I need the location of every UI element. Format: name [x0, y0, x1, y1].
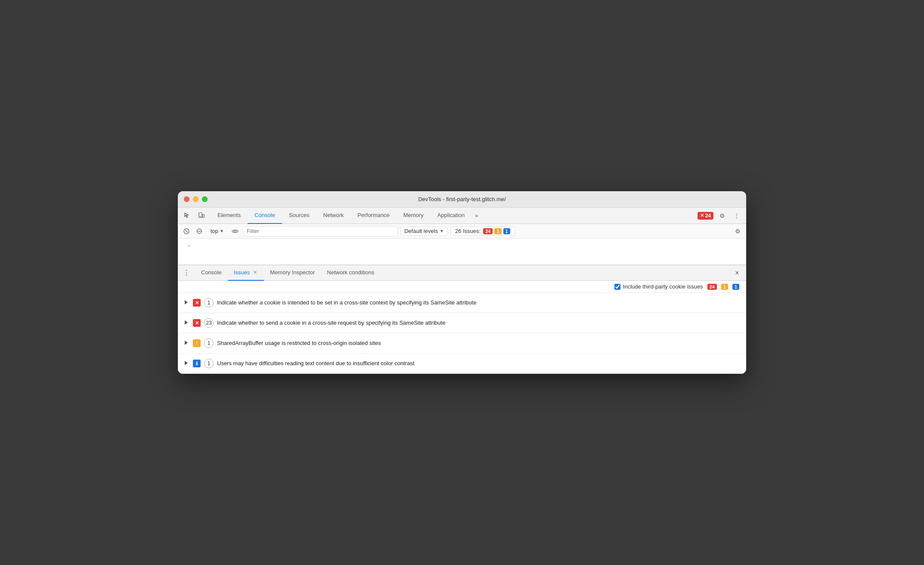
bottom-tab-bar: ⋮ Console Issues ✕ Memory Inspector Netw… — [178, 265, 746, 281]
console-settings-button[interactable]: ⚙ — [732, 226, 743, 236]
levels-dropdown-arrow: ▼ — [440, 229, 444, 233]
bottom-panel: ⋮ Console Issues ✕ Memory Inspector Netw… — [178, 265, 746, 374]
issue-item-3[interactable]: ℹ 1 Users may have difficulties reading … — [178, 354, 746, 374]
settings-button[interactable]: ⚙ — [716, 210, 728, 222]
inspect-element-button[interactable] — [181, 210, 193, 222]
eye-button[interactable] — [230, 226, 240, 236]
maximize-button[interactable] — [202, 196, 208, 202]
issue-text-0: Indicate whether a cookie is intended to… — [217, 299, 477, 307]
issues-info-badge: 1 — [732, 284, 739, 290]
tab-sources[interactable]: Sources — [282, 208, 316, 224]
device-toolbar-button[interactable] — [195, 210, 207, 222]
close-issues-tab[interactable]: ✕ — [252, 269, 258, 276]
tab-right-icons: ✕ 24 ⚙ ⋮ — [698, 210, 743, 222]
issue-text-1: Indicate whether to send a cookie in a c… — [217, 319, 445, 327]
devtools-window: DevTools - first-party-test.glitch.me/ E… — [178, 191, 746, 374]
issue-item-0[interactable]: ✕ 1 Indicate whether a cookie is intende… — [178, 293, 746, 313]
issue-count-2: 1 — [204, 338, 214, 348]
tab-application[interactable]: Application — [431, 208, 472, 224]
console-content: › — [178, 239, 746, 264]
bottom-tab-network-conditions[interactable]: Network conditions — [321, 265, 380, 281]
svg-line-4 — [185, 230, 188, 233]
tab-memory[interactable]: Memory — [397, 208, 431, 224]
bottom-tab-issues[interactable]: Issues ✕ — [228, 265, 264, 281]
console-expand-row[interactable]: › — [178, 239, 746, 252]
issue-item-2[interactable]: ! 1 SharedArrayBuffer usage is restricte… — [178, 333, 746, 354]
issues-count-bar[interactable]: 26 Issues: 24 1 1 — [450, 227, 515, 236]
toolbar-icons — [181, 210, 207, 222]
issue-type-icon-3: ℹ — [193, 360, 201, 367]
close-bottom-panel-button[interactable]: × — [732, 267, 743, 279]
issues-error-badge: 24 — [707, 284, 717, 290]
devtools-tab-bar: Elements Console Sources Network Perform… — [178, 208, 746, 224]
expand-icon-3[interactable] — [185, 361, 188, 366]
traffic-lights — [184, 196, 208, 202]
issues-warning-badge: 1 — [721, 284, 728, 290]
tab-network[interactable]: Network — [316, 208, 351, 224]
issues-toolbar: Include third-party cookie issues 24 1 1 — [178, 281, 746, 293]
dropdown-arrow: ▼ — [220, 229, 224, 233]
third-party-checkbox-label[interactable]: Include third-party cookie issues — [614, 283, 703, 290]
expand-icon-2[interactable] — [185, 341, 188, 346]
issue-item-1[interactable]: ✕ 23 Indicate whether to send a cookie i… — [178, 313, 746, 333]
minimize-button[interactable] — [193, 196, 198, 202]
console-toolbar: top ▼ Default levels ▼ 26 Issues: 24 1 1… — [178, 224, 746, 239]
expand-icon-1[interactable] — [185, 320, 188, 326]
issue-count-1: 23 — [204, 318, 214, 328]
expand-chevron: › — [185, 241, 193, 250]
context-selector[interactable]: top ▼ — [207, 227, 227, 235]
more-options-button[interactable]: ⋮ — [731, 210, 743, 222]
bottom-panel-menu[interactable]: ⋮ — [181, 268, 192, 278]
window-title: DevTools - first-party-test.glitch.me/ — [418, 196, 506, 202]
tab-elements[interactable]: Elements — [211, 208, 248, 224]
svg-point-7 — [234, 230, 236, 232]
warning-count-badge: 1 — [494, 228, 501, 234]
issue-text-3: Users may have difficulties reading text… — [217, 360, 414, 367]
expand-icon-0[interactable] — [185, 300, 188, 305]
issue-type-icon-2: ! — [193, 339, 201, 347]
tab-console[interactable]: Console — [248, 208, 282, 224]
titlebar: DevTools - first-party-test.glitch.me/ — [178, 191, 746, 208]
bottom-tab-memory-inspector[interactable]: Memory Inspector — [264, 265, 321, 281]
third-party-checkbox[interactable] — [614, 284, 620, 290]
issues-badge[interactable]: ✕ 24 — [698, 212, 713, 220]
issue-text-2: SharedArrayBuffer usage is restricted to… — [217, 339, 381, 347]
clear-console-button[interactable] — [181, 226, 192, 236]
error-count-badge: 24 — [483, 228, 493, 234]
issue-type-icon-1: ✕ — [193, 319, 201, 327]
issue-type-icon-0: ✕ — [193, 299, 201, 307]
info-count-badge: 1 — [503, 228, 510, 234]
issue-count-0: 1 — [204, 298, 214, 307]
issues-content: Include third-party cookie issues 24 1 1… — [178, 281, 746, 374]
close-button[interactable] — [184, 196, 189, 202]
filter-input[interactable] — [243, 226, 398, 236]
svg-rect-1 — [202, 214, 204, 217]
issue-count-3: 1 — [204, 359, 214, 368]
issues-error-icon: ✕ — [700, 213, 704, 218]
more-tabs-button[interactable]: » — [471, 208, 481, 224]
bottom-tab-console[interactable]: Console — [195, 265, 228, 281]
log-levels-dropdown[interactable]: Default levels ▼ — [400, 227, 448, 236]
tab-performance[interactable]: Performance — [350, 208, 396, 224]
block-urls-button[interactable] — [194, 226, 205, 236]
